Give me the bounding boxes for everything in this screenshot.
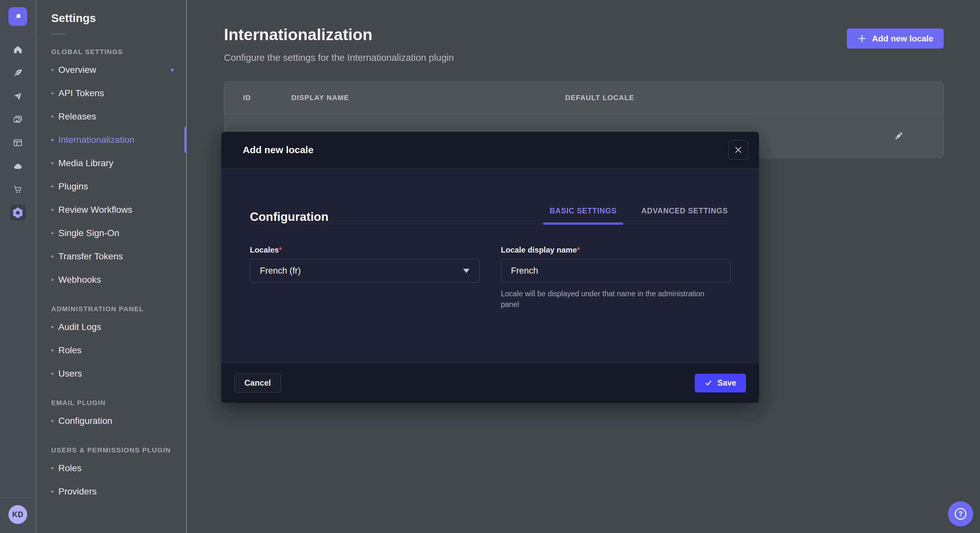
sidebar-item-single-sign-on[interactable]: Single Sign-On bbox=[37, 222, 186, 245]
configuration-title: Configuration bbox=[250, 210, 329, 224]
sidebar-title: Settings bbox=[51, 12, 186, 25]
locales-field: Locales* French (fr) bbox=[250, 246, 480, 310]
sidebar-item-label: API Tokens bbox=[58, 88, 104, 98]
cart-icon[interactable] bbox=[10, 182, 25, 197]
notification-dot-icon bbox=[171, 69, 174, 71]
sidebar-item-label: Single Sign-On bbox=[58, 228, 119, 238]
avatar[interactable]: KD bbox=[8, 505, 27, 524]
media-library-icon[interactable] bbox=[10, 112, 25, 127]
bullet-icon bbox=[51, 279, 54, 281]
locales-table-header: ID DISPLAY NAME DEFAULT LOCALE bbox=[224, 82, 943, 114]
bullet-icon bbox=[51, 326, 54, 328]
display-name-hint: Locale will be displayed under that name… bbox=[501, 289, 725, 310]
edit-row-button[interactable] bbox=[891, 128, 906, 144]
sidebar-item-internationalization[interactable]: Internationalization bbox=[37, 128, 186, 152]
bullet-icon bbox=[51, 162, 54, 165]
page-header: Internationalization Configure the setti… bbox=[187, 0, 980, 63]
required-mark: * bbox=[279, 246, 282, 254]
sidebar-item-plugins[interactable]: Plugins bbox=[37, 175, 186, 198]
display-name-input[interactable] bbox=[501, 259, 731, 283]
sidebar-nav: GLOBAL SETTINGS Overview API Tokens Rele… bbox=[37, 48, 186, 503]
display-name-label: Locale display name* bbox=[501, 246, 731, 254]
tab-basic-settings[interactable]: BASIC SETTINGS bbox=[548, 206, 619, 224]
plus-icon bbox=[857, 34, 867, 43]
sidebar-item-label: Audit Logs bbox=[58, 322, 101, 332]
configuration-header-row: Configuration BASIC SETTINGS ADVANCED SE… bbox=[250, 206, 730, 224]
send-plane-icon[interactable] bbox=[10, 89, 25, 104]
locales-label: Locales* bbox=[250, 246, 480, 254]
sidebar-item-label: Review Workflows bbox=[58, 205, 132, 215]
bullet-icon bbox=[51, 209, 54, 211]
display-name-field: Locale display name* Locale will be disp… bbox=[501, 246, 731, 310]
sidebar-item-releases[interactable]: Releases bbox=[37, 105, 186, 128]
add-new-locale-label: Add new locale bbox=[872, 34, 933, 44]
pencil-icon bbox=[892, 130, 904, 142]
check-icon bbox=[705, 379, 712, 387]
help-button[interactable]: ? bbox=[948, 501, 973, 527]
home-icon[interactable] bbox=[10, 42, 25, 57]
sidebar-item-label: Providers bbox=[58, 486, 97, 497]
cancel-button[interactable]: Cancel bbox=[234, 374, 281, 392]
bullet-icon bbox=[51, 186, 54, 188]
cloud-icon[interactable] bbox=[10, 159, 25, 174]
page-subtitle: Configure the settings for the Internati… bbox=[224, 52, 454, 63]
layout-icon[interactable] bbox=[10, 135, 25, 151]
sidebar-item-label: Roles bbox=[58, 345, 82, 355]
chevron-down-icon bbox=[463, 269, 469, 273]
sidebar-item-label: Users bbox=[58, 368, 82, 379]
bullet-icon bbox=[51, 69, 54, 71]
section-heading-administration-panel: ADMINISTRATION PANEL bbox=[51, 305, 186, 313]
sidebar-item-up-roles[interactable]: Roles bbox=[37, 457, 186, 480]
nav-rail: KD bbox=[0, 0, 36, 533]
sidebar-title-rule bbox=[51, 34, 66, 34]
bullet-icon bbox=[51, 92, 54, 95]
sidebar-item-admin-roles[interactable]: Roles bbox=[37, 339, 186, 362]
column-header-id: ID bbox=[243, 94, 291, 102]
sidebar-item-transfer-tokens[interactable]: Transfer Tokens bbox=[37, 245, 186, 268]
locales-select[interactable]: French (fr) bbox=[250, 259, 480, 283]
sidebar-item-api-tokens[interactable]: API Tokens bbox=[37, 82, 186, 105]
sidebar-item-webhooks[interactable]: Webhooks bbox=[37, 268, 186, 292]
tab-advanced-settings[interactable]: ADVANCED SETTINGS bbox=[640, 206, 730, 224]
sidebar-item-users[interactable]: Users bbox=[37, 362, 186, 385]
sidebar-item-media-library[interactable]: Media Library bbox=[37, 152, 186, 175]
close-icon bbox=[734, 146, 743, 154]
bullet-icon bbox=[51, 420, 54, 422]
sidebar-item-label: Overview bbox=[58, 65, 96, 75]
sidebar-item-label: Webhooks bbox=[58, 274, 101, 285]
bullet-icon bbox=[51, 349, 54, 352]
locales-select-value: French (fr) bbox=[260, 266, 301, 276]
save-button[interactable]: Save bbox=[695, 374, 746, 392]
modal-header: Add new locale bbox=[221, 132, 759, 168]
sidebar-item-label: Internationalization bbox=[58, 135, 135, 145]
sidebar-item-label: Media Library bbox=[58, 158, 113, 168]
page-title: Internationalization bbox=[224, 25, 454, 44]
tabs: BASIC SETTINGS ADVANCED SETTINGS bbox=[548, 206, 730, 224]
bullet-icon bbox=[51, 255, 54, 258]
sidebar-item-overview[interactable]: Overview bbox=[37, 58, 186, 82]
sidebar-item-label: Configuration bbox=[58, 416, 113, 426]
section-heading-email-plugin: EMAIL PLUGIN bbox=[51, 399, 186, 407]
bullet-icon bbox=[51, 139, 54, 141]
sidebar-item-email-configuration[interactable]: Configuration bbox=[37, 409, 186, 433]
save-label: Save bbox=[718, 378, 736, 388]
bullet-icon bbox=[51, 232, 54, 235]
rail-divider bbox=[0, 33, 36, 33]
content-builder-feather-icon[interactable] bbox=[10, 65, 25, 81]
bullet-icon bbox=[51, 490, 54, 493]
close-modal-button[interactable] bbox=[729, 140, 748, 160]
modal-footer: Cancel Save bbox=[221, 363, 759, 403]
strapi-logo[interactable] bbox=[8, 7, 27, 26]
bullet-icon bbox=[51, 116, 54, 118]
settings-gear-icon[interactable] bbox=[10, 205, 25, 220]
form-fields: Locales* French (fr) Locale display name… bbox=[250, 246, 730, 310]
sidebar-item-label: Plugins bbox=[58, 181, 88, 192]
column-header-display-name: DISPLAY NAME bbox=[291, 94, 565, 102]
sidebar-item-review-workflows[interactable]: Review Workflows bbox=[37, 198, 186, 222]
sidebar-item-audit-logs[interactable]: Audit Logs bbox=[37, 316, 186, 339]
sidebar-item-providers[interactable]: Providers bbox=[37, 480, 186, 503]
rail-bottom: KD bbox=[0, 497, 36, 533]
add-new-locale-button[interactable]: Add new locale bbox=[847, 29, 944, 49]
column-header-default-locale: DEFAULT LOCALE bbox=[565, 94, 634, 102]
add-new-locale-modal: Add new locale Configuration BASIC SETTI… bbox=[221, 132, 759, 403]
